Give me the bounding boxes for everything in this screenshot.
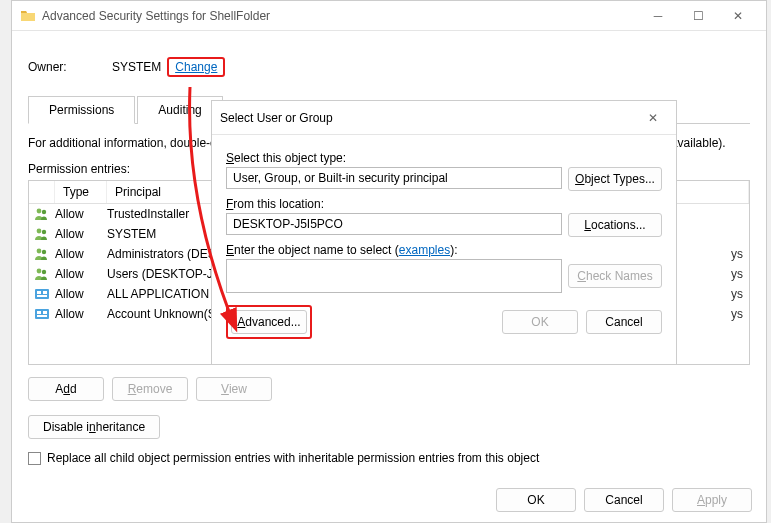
- package-icon: [33, 306, 51, 322]
- package-icon: [33, 286, 51, 302]
- entry-type: Allow: [55, 247, 107, 261]
- object-type-field[interactable]: User, Group, or Built-in security princi…: [226, 167, 562, 189]
- object-type-label: Select this object type:: [226, 151, 662, 165]
- examples-link[interactable]: examples: [399, 243, 450, 257]
- users-icon: [33, 246, 51, 262]
- replace-all-checkbox[interactable]: [28, 452, 41, 465]
- modal-titlebar: Select User or Group ✕: [212, 101, 676, 135]
- svg-point-6: [37, 269, 42, 274]
- svg-rect-14: [43, 311, 47, 314]
- enter-name-row: Check Names: [226, 259, 662, 293]
- modal-footer-right: OK Cancel: [502, 310, 662, 334]
- svg-rect-15: [37, 315, 47, 317]
- tab-auditing[interactable]: Auditing: [137, 96, 222, 124]
- view-button: View: [196, 377, 272, 401]
- object-types-button[interactable]: Object Types...: [568, 167, 662, 191]
- main-footer: OK Cancel Apply: [496, 488, 752, 512]
- entry-suffix: ys: [731, 307, 743, 321]
- disable-inheritance-button[interactable]: Disable inheritance: [28, 415, 160, 439]
- entry-type: Allow: [55, 227, 107, 241]
- cancel-button[interactable]: Cancel: [584, 488, 664, 512]
- entry-suffix: ys: [731, 287, 743, 301]
- modal-footer: Advanced... OK Cancel: [226, 305, 662, 339]
- apply-button: Apply: [672, 488, 752, 512]
- change-owner-link[interactable]: Change: [173, 59, 219, 75]
- change-link-highlight: Change: [167, 57, 225, 77]
- svg-point-0: [37, 209, 42, 214]
- modal-content: Select this object type: User, Group, or…: [212, 135, 676, 349]
- window-controls: ─ ☐ ✕: [638, 1, 758, 31]
- select-user-group-dialog: Select User or Group ✕ Select this objec…: [211, 100, 677, 365]
- svg-point-4: [37, 249, 42, 254]
- owner-value: SYSTEM: [112, 60, 161, 74]
- users-icon: [33, 226, 51, 242]
- locations-button[interactable]: Locations...: [568, 213, 662, 237]
- check-names-button: Check Names: [568, 264, 662, 288]
- users-icon: [33, 266, 51, 282]
- svg-point-1: [42, 210, 46, 214]
- svg-rect-10: [43, 291, 47, 294]
- modal-cancel-button[interactable]: Cancel: [586, 310, 662, 334]
- maximize-button[interactable]: ☐: [678, 1, 718, 31]
- main-titlebar: Advanced Security Settings for ShellFold…: [12, 1, 766, 31]
- svg-rect-13: [37, 311, 41, 314]
- modal-title: Select User or Group: [220, 111, 638, 125]
- advanced-button[interactable]: Advanced...: [231, 310, 307, 334]
- users-icon: [33, 206, 51, 222]
- owner-label: Owner:: [28, 60, 112, 74]
- svg-rect-9: [37, 291, 41, 294]
- entry-suffix: ys: [731, 247, 743, 261]
- add-button[interactable]: Add: [28, 377, 104, 401]
- close-button[interactable]: ✕: [718, 1, 758, 31]
- svg-point-7: [42, 270, 46, 274]
- replace-all-row: Replace all child object permission entr…: [28, 451, 750, 465]
- object-name-input[interactable]: [226, 259, 562, 293]
- object-type-row: User, Group, or Built-in security princi…: [226, 167, 662, 191]
- location-label: From this location:: [226, 197, 662, 211]
- entry-type: Allow: [55, 267, 107, 281]
- svg-point-3: [42, 230, 46, 234]
- advanced-highlight: Advanced...: [226, 305, 312, 339]
- grid-buttons: Add Remove View: [28, 377, 750, 401]
- svg-rect-11: [37, 295, 47, 297]
- svg-point-5: [42, 250, 46, 254]
- inheritance-row: Disable inheritance: [28, 415, 750, 439]
- svg-point-2: [37, 229, 42, 234]
- tab-permissions[interactable]: Permissions: [28, 96, 135, 124]
- modal-ok-button: OK: [502, 310, 578, 334]
- grid-header-icon: [29, 181, 55, 203]
- remove-button: Remove: [112, 377, 188, 401]
- replace-all-label: Replace all child object permission entr…: [47, 451, 539, 465]
- ok-button[interactable]: OK: [496, 488, 576, 512]
- entry-suffix: ys: [731, 267, 743, 281]
- location-row: DESKTOP-J5I5PCO Locations...: [226, 213, 662, 237]
- folder-icon: [20, 8, 36, 24]
- entry-type: Allow: [55, 207, 107, 221]
- window-title: Advanced Security Settings for ShellFold…: [42, 9, 638, 23]
- owner-row: Owner: SYSTEM Change: [28, 57, 750, 77]
- minimize-button[interactable]: ─: [638, 1, 678, 31]
- entry-type: Allow: [55, 287, 107, 301]
- modal-close-button[interactable]: ✕: [638, 103, 668, 133]
- location-field[interactable]: DESKTOP-J5I5PCO: [226, 213, 562, 235]
- grid-header-type[interactable]: Type: [55, 181, 107, 203]
- enter-name-label: Enter the object name to select (example…: [226, 243, 662, 257]
- entry-type: Allow: [55, 307, 107, 321]
